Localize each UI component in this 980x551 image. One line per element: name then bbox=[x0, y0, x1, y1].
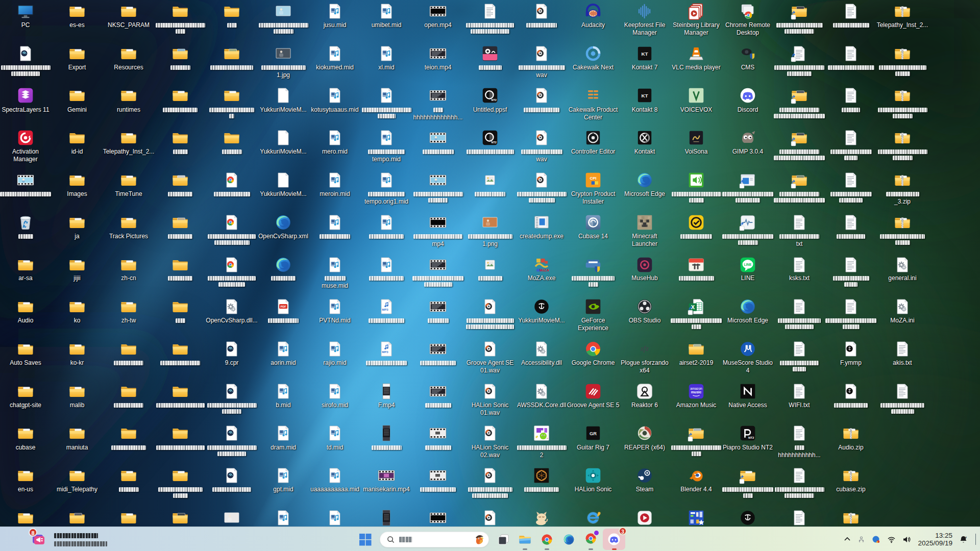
svg-text:CPI: CPI bbox=[590, 176, 597, 181]
svg-text:NT2: NT2 bbox=[748, 436, 754, 439]
svg-text:music: music bbox=[691, 390, 702, 394]
svg-text:MP3: MP3 bbox=[382, 308, 388, 311]
svg-text:GR: GR bbox=[590, 431, 597, 436]
svg-text:NT2: NT2 bbox=[492, 141, 497, 144]
svg-text:KT: KT bbox=[641, 51, 648, 57]
svg-text:amazon: amazon bbox=[690, 387, 702, 390]
svg-text:PDF: PDF bbox=[281, 305, 287, 308]
svg-text:LINE: LINE bbox=[744, 263, 752, 266]
svg-text:MP3: MP3 bbox=[382, 350, 388, 354]
svg-text:NT2: NT2 bbox=[492, 98, 497, 102]
svg-text:KT: KT bbox=[641, 93, 648, 98]
svg-text:sfz: sfz bbox=[640, 344, 649, 353]
svg-text:z: z bbox=[965, 536, 967, 539]
svg-text:MoZA: MoZA bbox=[540, 268, 549, 272]
